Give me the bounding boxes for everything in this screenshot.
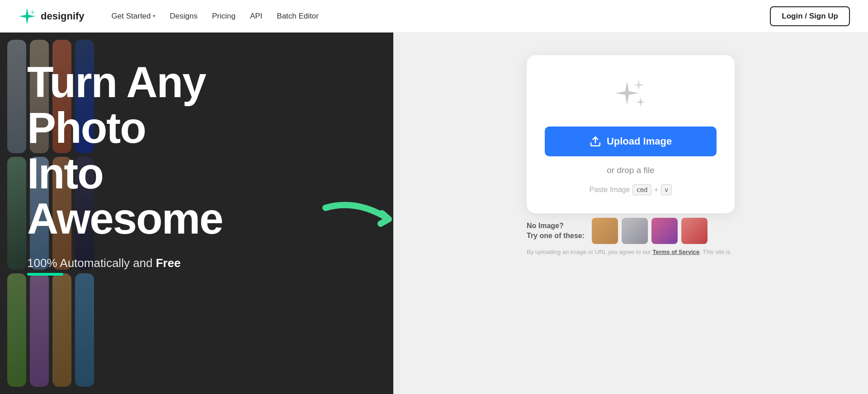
terms-text: By uploading an image or URL you agree t…: [527, 248, 735, 257]
svg-marker-0: [19, 8, 35, 24]
navbar: designify Get Started ▾ Designs Pricing …: [0, 0, 868, 33]
login-button[interactable]: Login / Sign Up: [770, 6, 850, 26]
upload-image-button[interactable]: Upload Image: [545, 127, 717, 156]
sample-thumb-3[interactable]: [651, 218, 678, 244]
hero-title: Turn Any Photo Into Awesome: [27, 60, 222, 242]
svg-marker-3: [633, 80, 644, 90]
sample-thumb-1[interactable]: [592, 218, 618, 244]
v-key: v: [661, 184, 672, 195]
upload-icon: [590, 136, 601, 147]
chevron-down-icon: ▾: [153, 13, 156, 19]
right-panel: Upload Image or drop a file Paste Image …: [393, 33, 868, 394]
cmd-key: cmd: [632, 184, 651, 195]
main-content: Turn Any Photo Into Awesome 100% Automat…: [0, 0, 868, 394]
sparkle-icon: [613, 78, 649, 114]
upload-card: Upload Image or drop a file Paste Image …: [527, 55, 735, 213]
nav-item-batch-editor[interactable]: Batch Editor: [277, 12, 319, 21]
nav-links: Get Started ▾ Designs Pricing API Batch …: [112, 12, 319, 21]
logo-icon: [18, 7, 36, 25]
sample-thumbnails: [592, 218, 708, 244]
nav-item-designs[interactable]: Designs: [170, 12, 198, 21]
hero-text-block: Turn Any Photo Into Awesome 100% Automat…: [27, 60, 222, 276]
nav-item-api[interactable]: API: [250, 12, 262, 21]
sample-thumb-4[interactable]: [681, 218, 708, 244]
hero-subtitle: 100% Automatically and Free: [27, 256, 222, 270]
logo-text: designify: [41, 10, 85, 22]
terms-link[interactable]: Terms of Service: [652, 249, 699, 255]
no-image-text: No Image? Try one of these:: [527, 221, 585, 241]
hero-panel: Turn Any Photo Into Awesome 100% Automat…: [0, 33, 393, 394]
no-image-row: No Image? Try one of these:: [527, 218, 735, 244]
nav-item-pricing[interactable]: Pricing: [212, 12, 236, 21]
hero-underline-decoration: [27, 273, 63, 276]
logo-link[interactable]: designify: [18, 7, 85, 25]
nav-item-get-started[interactable]: Get Started ▾: [112, 12, 156, 21]
paste-row: Paste Image cmd + v: [590, 184, 672, 195]
sample-thumb-2[interactable]: [622, 218, 648, 244]
drop-file-text: or drop a file: [607, 165, 655, 175]
svg-marker-4: [636, 98, 645, 107]
sparkle-decoration: [613, 78, 649, 114]
svg-marker-1: [29, 9, 36, 15]
